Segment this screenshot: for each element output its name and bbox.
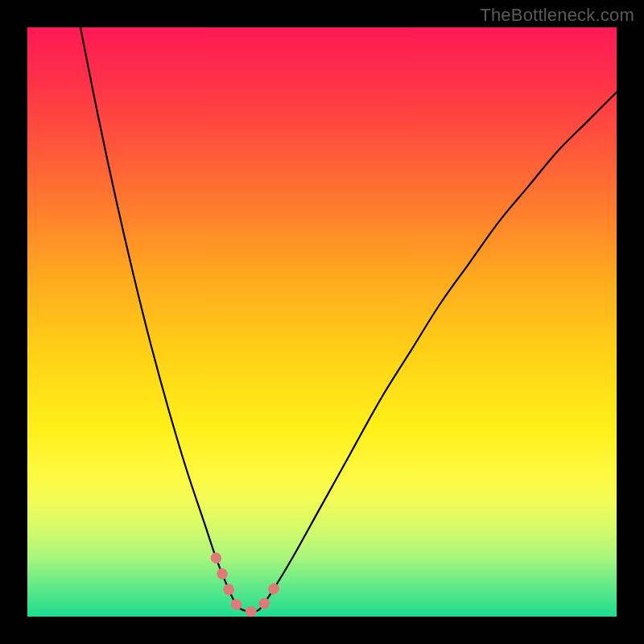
v-curve-highlight xyxy=(216,558,275,612)
chart-curves xyxy=(27,27,617,617)
watermark-text: TheBottleneck.com xyxy=(480,5,634,26)
chart-frame: TheBottleneck.com xyxy=(0,0,644,644)
v-curve-line xyxy=(80,27,617,612)
